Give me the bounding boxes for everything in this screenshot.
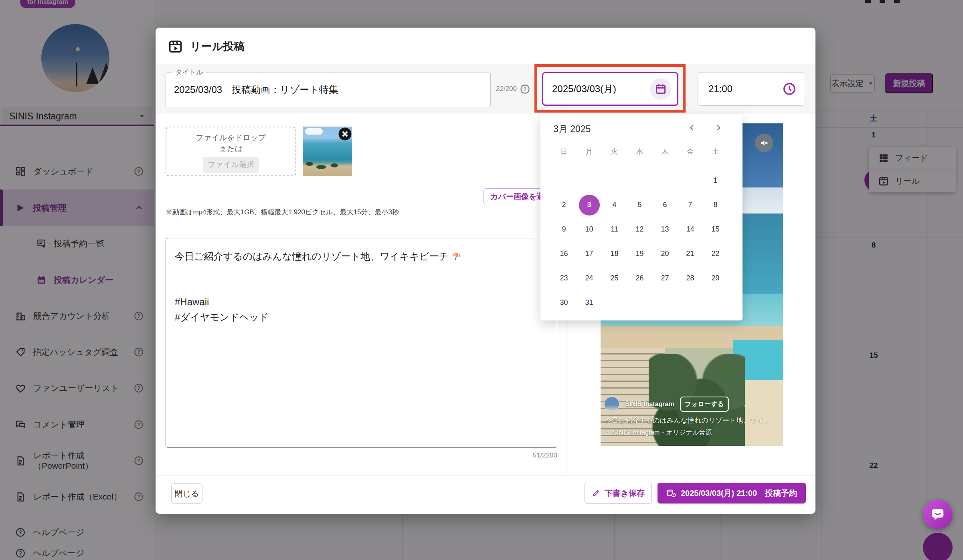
beach-umbrella-icon	[451, 251, 461, 262]
app-root: for Instagram SINIS Instagram ダッシュボード ? …	[0, 0, 963, 560]
day-cell[interactable]: 16	[551, 242, 577, 266]
save-draft-button[interactable]: 下書き保存	[585, 483, 652, 504]
day-cell[interactable]: 23	[551, 266, 577, 290]
schedule-post-label: 2025/03/03(月) 21:00 投稿予約	[681, 488, 797, 499]
caption-textarea[interactable]: 今日ご紹介するのはみんな憧れのリゾート地、ワイキキビーチ #Hawaii #ダイ…	[166, 238, 557, 448]
date-field[interactable]: 2025/03/03(月)	[542, 72, 678, 106]
reel-username: SINIS Instagram	[625, 401, 674, 408]
reel-post-modal: リール投稿 タイトル 2025/03/03 投稿動画：リゾート特集 22/200…	[156, 28, 815, 514]
day-cell[interactable]: 28	[678, 266, 703, 290]
day-cell[interactable]: 4	[602, 193, 627, 217]
save-draft-label: 下書き保存	[605, 488, 645, 499]
day-cell	[678, 168, 703, 193]
title-field-value: 2025/03/03 投稿動画：リゾート特集	[174, 73, 338, 107]
weekday-label: 金	[678, 147, 703, 156]
chat-bubble-icon	[930, 507, 945, 522]
date-picker-month-label: 3月 2025	[553, 123, 591, 135]
time-field-value: 21:00	[708, 83, 782, 95]
title-field[interactable]: タイトル 2025/03/03 投稿動画：リゾート特集	[166, 72, 491, 107]
weekday-header-row: 日 月 火 水 木 金 土	[551, 147, 728, 156]
caption-blank-line	[175, 264, 548, 279]
caption-line: 今日ご紹介するのはみんな憧れのリゾート地、ワイキキビーチ	[175, 250, 449, 263]
day-cell-selected[interactable]: 3	[577, 193, 602, 217]
thumbnail-palm	[316, 165, 326, 169]
file-dropzone[interactable]: ファイルをドロップ または ファイル選択	[166, 127, 296, 176]
schedule-post-button[interactable]: 2025/03/03(月) 21:00 投稿予約	[658, 483, 806, 504]
day-cell[interactable]: 17	[577, 242, 602, 266]
day-cell[interactable]: 30	[551, 290, 577, 315]
day-cell[interactable]: 13	[652, 217, 678, 242]
day-cell	[652, 290, 678, 315]
day-cell[interactable]: 15	[703, 217, 728, 242]
day-cell[interactable]: 26	[627, 266, 652, 290]
day-cell	[703, 290, 728, 315]
weekday-label: 木	[652, 147, 678, 156]
day-cell[interactable]: 22	[703, 242, 728, 266]
dropzone-line1: ファイルをドロップ	[196, 132, 266, 143]
day-cell	[602, 290, 627, 315]
video-requirements-note: ※動画はmp4形式、最大1GB、横幅最大1,920ピクセル、最大15分、最小3秒	[166, 207, 399, 217]
caption-blank-line	[175, 279, 548, 294]
day-cell	[678, 290, 703, 315]
weekday-label: 土	[703, 147, 728, 156]
next-month-button[interactable]	[714, 123, 723, 133]
day-cell[interactable]: 2	[551, 193, 577, 217]
weekday-label: 月	[577, 147, 602, 156]
follow-button[interactable]: フォローする	[680, 397, 729, 412]
mute-button[interactable]	[755, 134, 773, 152]
time-field[interactable]: 21:00	[698, 72, 805, 106]
previous-month-button[interactable]	[687, 123, 697, 133]
day-cell[interactable]: 5	[627, 193, 652, 217]
day-cell[interactable]: 8	[703, 193, 728, 217]
close-button[interactable]: 閉じる	[171, 483, 202, 504]
date-grid: 1 2 3 4 5 6 7 8 9 10 11 12 13 14 15 16 1…	[551, 168, 728, 315]
date-picker-popup: 3月 2025 日 月 火 水 木 金 土 1 2 3	[540, 114, 742, 320]
footer-divider	[156, 475, 815, 475]
day-cell	[577, 168, 602, 193]
title-char-counter: 22/200	[496, 85, 517, 93]
pencil-icon	[592, 489, 601, 498]
help-icon[interactable]: ?	[520, 84, 530, 95]
reel-icon	[168, 39, 183, 54]
day-cell[interactable]: 12	[627, 217, 652, 242]
dropzone-line2: または	[219, 143, 243, 155]
day-cell[interactable]: 29	[703, 266, 728, 290]
day-cell[interactable]: 21	[678, 242, 703, 266]
day-cell[interactable]: 11	[602, 217, 627, 242]
day-cell[interactable]: 20	[652, 242, 678, 266]
file-select-button[interactable]: ファイル選択	[203, 157, 259, 173]
weekday-label: 水	[627, 147, 652, 156]
day-cell[interactable]: 10	[577, 217, 602, 242]
weekday-label: 火	[602, 147, 627, 156]
muted-speaker-icon	[759, 138, 769, 148]
day-cell[interactable]: 19	[627, 242, 652, 266]
day-cell[interactable]: 27	[652, 266, 678, 290]
calendar-icon	[655, 83, 667, 95]
remove-video-button[interactable]	[338, 127, 352, 141]
thumbnail-cloud	[305, 128, 323, 135]
caption-line: #ダイヤモンドヘッド	[175, 311, 269, 324]
modal-header: リール投稿	[168, 39, 245, 54]
day-cell	[652, 168, 678, 193]
weekday-label: 日	[551, 147, 577, 156]
music-note-icon: ♫	[605, 429, 609, 437]
day-cell[interactable]: 25	[602, 266, 627, 290]
schedule-send-icon	[666, 488, 676, 498]
day-cell	[627, 168, 652, 193]
day-cell[interactable]: 14	[678, 217, 703, 242]
day-cell[interactable]: 31	[577, 290, 602, 315]
chat-support-button[interactable]	[923, 500, 953, 529]
day-cell[interactable]: 24	[577, 266, 602, 290]
day-cell	[551, 168, 577, 193]
day-cell[interactable]: 1	[703, 168, 728, 193]
day-cell[interactable]: 6	[652, 193, 678, 217]
day-cell[interactable]: 18	[602, 242, 627, 266]
date-picker-toggle[interactable]	[650, 78, 672, 100]
day-cell[interactable]: 9	[551, 217, 577, 242]
day-cell[interactable]: 7	[678, 193, 703, 217]
date-field-value: 2025/03/03(月)	[552, 83, 650, 95]
clock-icon[interactable]	[782, 82, 797, 96]
caption-line: #Hawaii	[175, 296, 209, 308]
thumbnail-palm	[331, 163, 338, 167]
day-cell	[602, 168, 627, 193]
